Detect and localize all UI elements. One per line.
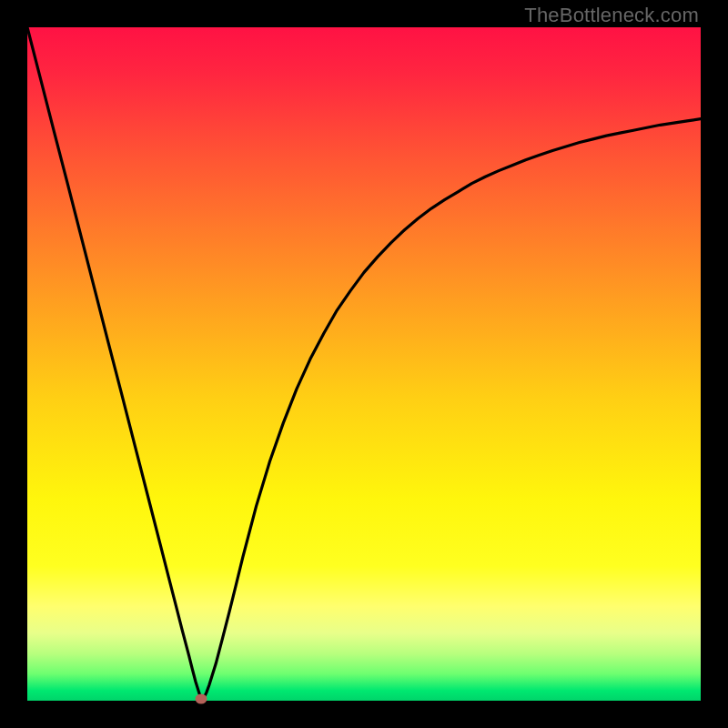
gradient-background xyxy=(27,27,701,701)
minimum-marker xyxy=(195,693,207,703)
watermark-text: TheBottleneck.com xyxy=(524,4,699,27)
chart-frame xyxy=(27,27,701,701)
chart-svg xyxy=(27,27,701,701)
